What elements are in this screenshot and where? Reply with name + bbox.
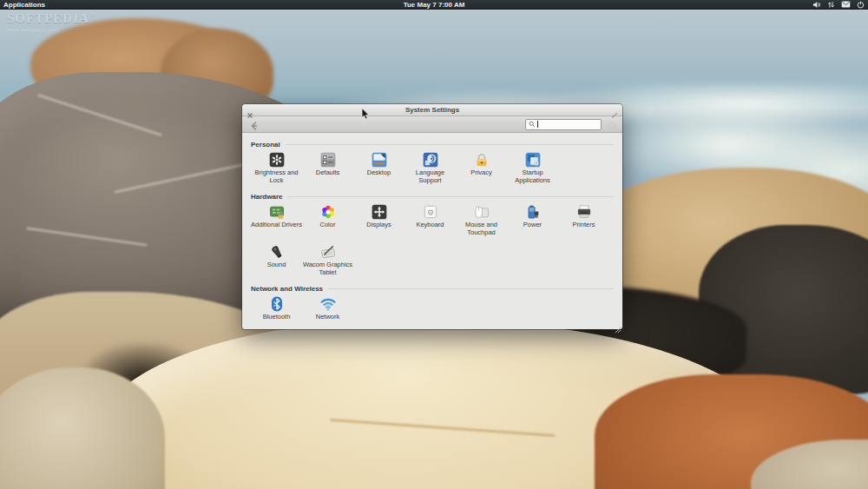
settings-sections: PersonalBrightness and LockDefaultsDeskt…	[242, 133, 622, 329]
privacy-lock-icon	[473, 151, 490, 169]
mail-icon[interactable]	[841, 1, 851, 8]
section-divider	[287, 196, 614, 197]
system-settings-window: System Settings PersonalBrightness and L…	[242, 104, 622, 329]
settings-item-network[interactable]: Network	[302, 293, 353, 329]
item-label: Privacy	[470, 169, 492, 177]
section-header: Personal	[251, 140, 614, 149]
section-network-wireless: Network and WirelessBluetoothNetwork	[251, 284, 614, 329]
item-label: Desktop	[367, 169, 391, 177]
maximize-icon[interactable]	[611, 107, 618, 114]
desktop-icon	[371, 151, 388, 169]
item-label: Bluetooth	[263, 314, 291, 321]
settings-item-bluetooth[interactable]: Bluetooth	[251, 293, 302, 329]
wacom-tablet-icon	[319, 243, 337, 261]
item-label: Color	[320, 221, 336, 229]
section-personal: PersonalBrightness and LockDefaultsDeskt…	[251, 140, 614, 188]
displays-icon	[371, 203, 388, 221]
clock[interactable]: Tue May 7 7:00 AM	[0, 1, 868, 9]
wifi-icon	[319, 295, 337, 313]
section-header: Hardware	[251, 192, 614, 201]
keyboard-icon	[422, 203, 439, 221]
item-label: Startup Applications	[507, 169, 558, 185]
settings-item-brightness-lock[interactable]: Brightness and Lock	[251, 149, 302, 188]
mouse-touchpad-icon	[473, 203, 490, 221]
language-support-icon	[422, 151, 439, 169]
section-hardware: HardwareAdditional DriversColorDisplaysK…	[251, 192, 614, 281]
power-icon[interactable]	[857, 1, 865, 9]
item-label: Displays	[366, 221, 391, 229]
settings-item-wacom[interactable]: Wacom Graphics Tablet	[302, 241, 353, 281]
back-arrow-icon[interactable]	[249, 119, 260, 129]
settings-item-desktop[interactable]: Desktop	[353, 149, 404, 188]
item-label: Power	[523, 221, 542, 229]
section-divider	[328, 288, 614, 289]
settings-item-sound[interactable]: Sound	[251, 241, 302, 281]
close-icon[interactable]	[247, 107, 253, 114]
network-arrows-icon[interactable]	[827, 1, 835, 9]
settings-item-additional-drivers[interactable]: Additional Drivers	[251, 201, 302, 241]
item-label: Printers	[573, 221, 595, 229]
startup-applications-icon	[524, 151, 542, 169]
color-icon	[319, 203, 337, 221]
search-box[interactable]	[525, 119, 602, 130]
item-label: Mouse and Touchpad	[456, 221, 507, 237]
section-items: BluetoothNetwork	[251, 293, 614, 329]
brightness-lock-icon	[268, 151, 286, 169]
section-title-personal: Personal	[251, 141, 280, 149]
item-label: Keyboard	[416, 221, 444, 229]
section-items: Additional DriversColorDisplaysKeyboardM…	[251, 201, 614, 281]
search-icon	[529, 121, 536, 128]
gear-icon[interactable]	[607, 119, 617, 129]
settings-item-language-support[interactable]: Language Support	[404, 149, 456, 188]
settings-item-displays[interactable]: Displays	[353, 201, 404, 241]
section-title-network-wireless: Network and Wireless	[251, 285, 323, 293]
settings-item-color[interactable]: Color	[302, 201, 353, 241]
power-battery-icon	[524, 203, 542, 221]
sound-icon	[268, 243, 286, 261]
additional-drivers-icon	[268, 203, 286, 221]
text-caret	[537, 121, 538, 128]
section-items: Brightness and LockDefaultsDesktopLangua…	[251, 149, 614, 188]
section-header: Network and Wireless	[251, 284, 614, 293]
desktop: SOFTPEDIA™ www.softpedia.com Application…	[0, 0, 868, 489]
item-label: Language Support	[404, 169, 456, 185]
toolbar	[242, 116, 622, 133]
volume-icon[interactable]	[812, 1, 821, 9]
section-title-hardware: Hardware	[251, 193, 282, 201]
titlebar[interactable]: System Settings	[242, 104, 622, 116]
section-divider	[286, 144, 614, 145]
item-label: Network	[316, 314, 340, 321]
settings-item-power[interactable]: Power	[507, 201, 558, 241]
item-label: Wacom Graphics Tablet	[302, 261, 353, 277]
panel-indicators	[812, 1, 865, 9]
settings-item-privacy[interactable]: Privacy	[456, 149, 507, 188]
defaults-icon	[319, 151, 337, 169]
settings-item-defaults[interactable]: Defaults	[302, 149, 353, 188]
item-label: Defaults	[316, 169, 340, 177]
settings-item-keyboard[interactable]: Keyboard	[404, 201, 456, 241]
top-panel: Applications Tue May 7 7:00 AM	[0, 0, 868, 10]
item-label: Sound	[267, 261, 286, 269]
window-title: System Settings	[405, 106, 459, 114]
settings-item-startup-applications[interactable]: Startup Applications	[507, 149, 558, 188]
printers-icon	[575, 203, 593, 221]
item-label: Additional Drivers	[251, 221, 302, 229]
settings-item-mouse-touchpad[interactable]: Mouse and Touchpad	[456, 201, 507, 241]
item-label: Brightness and Lock	[251, 169, 302, 185]
bluetooth-icon	[268, 295, 286, 313]
resize-grip[interactable]	[615, 321, 621, 328]
search-input[interactable]	[540, 121, 592, 129]
settings-item-printers[interactable]: Printers	[558, 201, 609, 241]
